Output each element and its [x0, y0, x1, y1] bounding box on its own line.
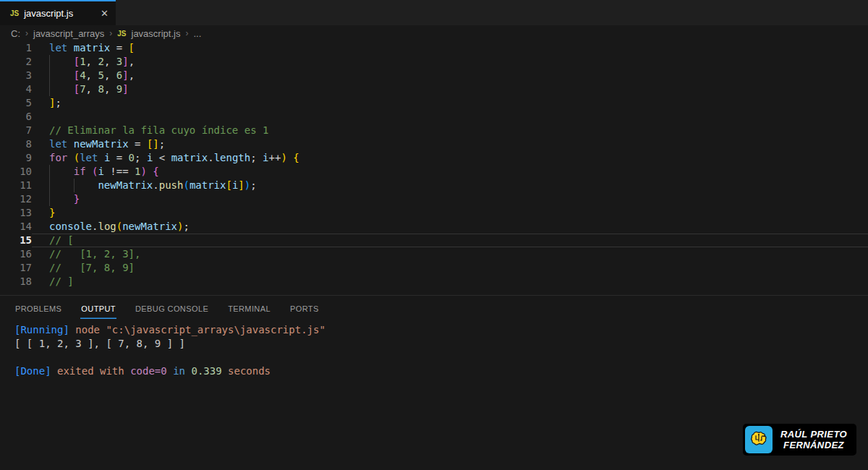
code-text: let matrix = [ [32, 41, 868, 55]
indent-guide [49, 69, 50, 82]
code-token: newMatrix [74, 138, 129, 150]
code-token: newMatrix [98, 179, 153, 191]
code-token [49, 166, 74, 177]
code-token: matrix [74, 42, 111, 54]
code-token: = [110, 152, 128, 163]
code-text: // [1, 2, 3], [32, 247, 868, 261]
code-token: ; [135, 152, 147, 163]
code-token: ; [183, 221, 189, 232]
code-token: [ [74, 69, 80, 81]
code-line[interactable]: 18// ] [0, 275, 868, 289]
panel-tab-output[interactable]: OUTPUT [80, 296, 116, 319]
code-token [287, 152, 293, 163]
code-token: 5 [98, 69, 103, 81]
chevron-right-icon: › [25, 28, 28, 38]
logo-text: RAÚL PRIETO FERNÁNDEZ [779, 429, 854, 450]
code-line[interactable]: 13} [0, 206, 868, 220]
code-token: i [263, 152, 268, 163]
code-line[interactable]: 9for (let i = 0; i < matrix.length; i++)… [0, 151, 868, 165]
code-text: ]; [32, 96, 868, 110]
line-number: 13 [0, 206, 32, 220]
line-number: 7 [0, 124, 32, 137]
panel-tab-ports[interactable]: PORTS [289, 296, 320, 319]
logo-badge [745, 426, 773, 453]
output-line [14, 351, 868, 364]
breadcrumb: C: › javascript_arrays › JS javascript.j… [0, 25, 868, 41]
code-line[interactable]: 4 [7, 8, 9] [0, 82, 868, 96]
code-token: console [49, 221, 92, 232]
code-token [49, 83, 74, 95]
code-token: , [86, 56, 98, 67]
indent-guide [49, 55, 50, 69]
code-token: 3 [116, 56, 122, 67]
panel-tab-terminal[interactable]: TERMINAL [227, 296, 271, 319]
code-line[interactable]: 7// Eliminar la fila cuyo índice es 1 [0, 124, 868, 137]
logo-line1: RAÚL PRIETO [780, 429, 847, 440]
code-line[interactable]: 12 } [0, 192, 868, 206]
code-token: // [7, 8, 9] [49, 262, 135, 273]
brain-circuit-icon [749, 430, 769, 450]
code-token: ) [281, 152, 286, 163]
code-token: 1 [80, 56, 85, 67]
line-number: 10 [0, 165, 32, 179]
output-console[interactable]: [Running] node "c:\javascript_arrays\jav… [0, 320, 868, 378]
output-token: exited with [51, 365, 131, 377]
output-line: [ [ 1, 2, 3 ], [ 7, 8, 9 ] ] [14, 337, 868, 351]
code-token: , [86, 69, 98, 81]
panel-tab-debug-console[interactable]: DEBUG CONSOLE [135, 296, 209, 319]
code-line[interactable]: 14console.log(newMatrix); [0, 220, 868, 234]
code-line[interactable]: 5]; [0, 96, 868, 110]
code-token: [ [74, 83, 80, 95]
code-token: = [110, 42, 128, 54]
code-token: 2 [98, 56, 103, 67]
code-token: ) [244, 179, 250, 191]
code-token: 6 [116, 69, 122, 81]
line-number: 9 [0, 151, 32, 165]
code-token: ( [74, 152, 80, 163]
code-editor[interactable]: 1let matrix = [2 [1, 2, 3],3 [4, 5, 6],4… [0, 41, 868, 295]
code-token: { [293, 152, 299, 163]
code-token [49, 193, 74, 205]
indent-guide [49, 179, 50, 192]
code-line[interactable]: 8let newMatrix = []; [0, 137, 868, 151]
code-token: 9 [116, 83, 122, 95]
code-line[interactable]: 6 [0, 110, 868, 124]
code-token: 0 [129, 152, 135, 163]
code-line[interactable]: 2 [1, 2, 3], [0, 55, 868, 69]
output-token: [Running] [14, 324, 75, 336]
code-line[interactable]: 10 if (i !== 1) { [0, 165, 868, 179]
code-line[interactable]: 11 newMatrix.push(matrix[i]); [0, 179, 868, 192]
code-token: let [49, 42, 74, 54]
code-token: [ [226, 179, 231, 191]
indent-guide [49, 192, 50, 206]
breadcrumb-folder[interactable]: javascript_arrays [33, 28, 104, 39]
code-token: ] [122, 83, 128, 95]
tab-javascript-js[interactable]: JS javascript.js ✕ [0, 0, 116, 25]
code-token: i [98, 166, 103, 177]
code-line[interactable]: 3 [4, 5, 6], [0, 69, 868, 82]
code-token: ) [140, 166, 146, 177]
line-number: 18 [0, 275, 32, 289]
logo-line2: FERNÁNDEZ [780, 440, 847, 450]
breadcrumb-drive[interactable]: C: [11, 28, 20, 39]
breadcrumb-file[interactable]: javascript.js [132, 28, 181, 39]
panel-tab-problems[interactable]: PROBLEMS [14, 296, 62, 319]
breadcrumb-more[interactable]: ... [193, 28, 201, 39]
close-tab-icon[interactable]: ✕ [101, 8, 109, 19]
code-token [49, 56, 74, 67]
code-token: ; [159, 138, 165, 150]
code-text: if (i !== 1) { [32, 165, 868, 179]
code-token: newMatrix [122, 221, 177, 232]
code-line[interactable]: 17// [7, 8, 9] [0, 261, 868, 275]
code-line[interactable]: 1let matrix = [ [0, 41, 868, 55]
output-token: node "c:\javascript_arrays\javascript.js… [75, 324, 326, 336]
code-token: matrix [171, 152, 208, 163]
indent-guide [49, 82, 50, 96]
bottom-panel: PROBLEMSOUTPUTDEBUG CONSOLETERMINALPORTS… [0, 295, 868, 378]
code-line[interactable]: 16// [1, 2, 3], [0, 247, 868, 261]
raul-prieto-fernandez-logo: RAÚL PRIETO FERNÁNDEZ [743, 424, 856, 456]
output-line: [Done] exited with code=0 in 0.339 secon… [14, 364, 868, 378]
code-token: ] [122, 56, 128, 67]
code-text: // [7, 8, 9] [32, 261, 868, 275]
code-line[interactable]: 15// [ [0, 234, 868, 247]
